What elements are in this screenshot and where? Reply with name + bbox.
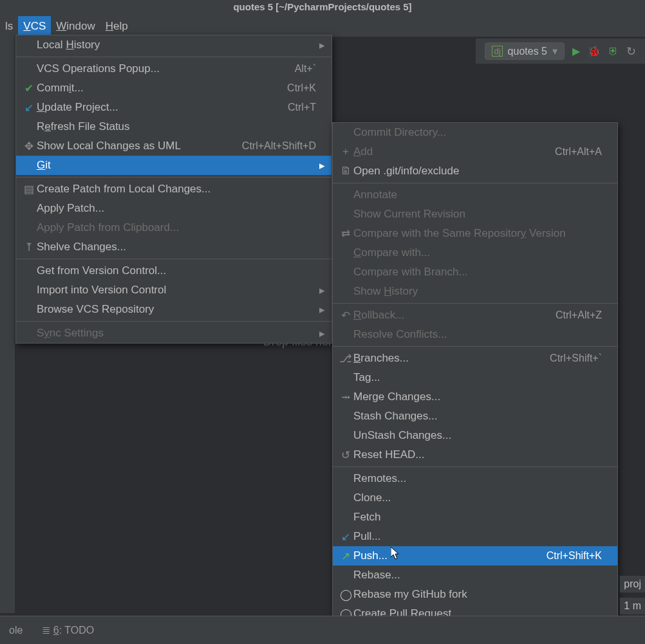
file-icon: 🗎: [338, 165, 353, 178]
main-menu-bar: ls VVCSCS WindowWindow HelpHelp: [0, 16, 645, 37]
coverage-icon[interactable]: ⛨: [608, 46, 619, 57]
status-bar: ole ≣ 6: TODO6: TODO: [0, 616, 645, 644]
menuitem-open-git-exclude[interactable]: 🗎 Open .git/info/exclude: [333, 161, 617, 181]
menuitem-get-from-vc[interactable]: Get from Version Control...: [16, 261, 332, 281]
menuitem-sync-settings[interactable]: Sync SettingsSync Settings ▸: [16, 324, 332, 343]
menuitem-show-current-revision[interactable]: Show Current Revision: [333, 205, 617, 224]
menuitem-compare-with-branch[interactable]: Compare with Branch...: [333, 262, 617, 282]
menuitem-rebase-github-fork[interactable]: ◯ Rebase my GitHub fork: [333, 585, 617, 604]
status-todo[interactable]: ≣ 6: TODO6: TODO: [42, 624, 94, 636]
menu-vcs[interactable]: VVCSCS: [18, 16, 51, 37]
menuitem-show-local-uml[interactable]: ✥ Show Local Changes as UML Ctrl+Alt+Shi…: [16, 136, 332, 156]
patch-icon: ▤: [21, 183, 37, 196]
menuitem-browse-vcs[interactable]: Browse VCS Repository ▸: [16, 300, 332, 319]
pull-arrow-icon: ↙: [338, 530, 353, 544]
menuitem-annotate[interactable]: Annotate: [333, 185, 617, 205]
reset-icon: ↺: [338, 448, 353, 462]
menuitem-vcs-ops-popup[interactable]: VCS Operations Popup... Alt+`: [16, 59, 332, 78]
run-config-selector[interactable]: dj quotes 5 ▾: [485, 42, 565, 60]
menuitem-update-project[interactable]: ↙ Update Project...Update Project... Ctr…: [16, 98, 332, 117]
git-submenu: Commit Directory... + AddAdd Ctrl+Alt+A …: [332, 122, 618, 643]
merge-icon: ⤞: [338, 391, 353, 404]
menuitem-branches[interactable]: ⎇ Branches...Branches... Ctrl+Shift+`: [333, 349, 617, 368]
shelve-icon: ⤒: [21, 241, 37, 254]
menu-help[interactable]: HelpHelp: [100, 16, 133, 37]
menuitem-push[interactable]: ↗ Push... Ctrl+Shift+K: [333, 546, 617, 566]
rollback-icon: ↶: [338, 309, 353, 322]
branch-icon: ⎇: [338, 352, 353, 365]
commit-checkmark-icon: ✔: [21, 82, 37, 95]
status-console[interactable]: ole: [9, 625, 23, 636]
chevron-down-icon: ▾: [552, 45, 557, 57]
menuitem-add[interactable]: + AddAdd Ctrl+Alt+A: [333, 142, 617, 161]
run-icon[interactable]: ▶: [572, 45, 580, 57]
menuitem-apply-patch[interactable]: Apply Patch...: [16, 199, 332, 218]
uml-icon: ✥: [21, 140, 37, 153]
menuitem-clone[interactable]: Clone...: [333, 488, 617, 508]
menuitem-show-history[interactable]: Show HistoryShow History: [333, 282, 617, 301]
update-icon[interactable]: ↻: [626, 44, 636, 59]
menuitem-compare-same-repo[interactable]: ⇄ Compare with the Same Repository Versi…: [333, 224, 617, 243]
window-title: quotes 5 [~/PycharmProjects/quotes 5]: [0, 0, 645, 16]
menuitem-commit[interactable]: ✔ Commit...Commit... Ctrl+K: [16, 78, 332, 98]
submenu-arrow-icon: ▸: [316, 303, 325, 317]
github-icon: ◯: [338, 588, 353, 602]
menuitem-compare-with[interactable]: Compare with...Compare with...: [333, 243, 617, 262]
menuitem-reset-head[interactable]: ↺ Reset HEAD...: [333, 445, 617, 465]
right-sidebar-label[interactable]: proj: [620, 576, 645, 593]
debug-icon[interactable]: 🐞: [588, 45, 601, 57]
menuitem-shelve-changes[interactable]: ⤒ Shelve Changes...: [16, 237, 332, 257]
run-config-name: quotes 5: [508, 46, 547, 57]
right-counter-label: 1 m: [620, 598, 645, 614]
menuitem-refresh-file-status[interactable]: Refresh File StatusRefresh File Status: [16, 117, 332, 136]
menuitem-create-patch[interactable]: ▤ Create Patch from Local Changes...: [16, 179, 332, 199]
menuitem-resolve-conflicts[interactable]: Resolve Conflicts...: [333, 325, 617, 344]
menuitem-remotes[interactable]: Remotes...: [333, 469, 617, 488]
menuitem-apply-patch-clipboard[interactable]: Apply Patch from Clipboard...: [16, 218, 332, 237]
submenu-arrow-icon: ▸: [316, 39, 325, 52]
menuitem-rebase[interactable]: Rebase...: [333, 566, 617, 585]
menuitem-pull[interactable]: ↙ Pull...: [333, 527, 617, 546]
menuitem-fetch[interactable]: Fetch: [333, 508, 617, 527]
menuitem-rollback[interactable]: ↶ Rollback...Rollback... Ctrl+Alt+Z: [333, 306, 617, 325]
menu-window[interactable]: WindowWindow: [51, 16, 100, 37]
run-toolbar: dj quotes 5 ▾ ▶ 🐞 ⛨ ↻: [476, 39, 645, 64]
submenu-arrow-icon: ▸: [316, 284, 325, 297]
compare-icon: ⇄: [338, 227, 353, 241]
update-arrow-icon: ↙: [21, 101, 37, 115]
submenu-arrow-icon: ▸: [316, 327, 325, 340]
menuitem-local-history[interactable]: Local HistoryLocal History ▸: [16, 35, 332, 55]
menuitem-commit-directory[interactable]: Commit Directory...: [333, 123, 617, 142]
submenu-arrow-icon: ▸: [316, 159, 325, 172]
vcs-dropdown-menu: Local HistoryLocal History ▸ VCS Operati…: [15, 35, 332, 344]
menuitem-tag[interactable]: Tag...: [333, 368, 617, 387]
plus-icon: +: [338, 145, 353, 158]
push-arrow-icon: ↗: [338, 549, 353, 563]
django-icon: dj: [492, 46, 502, 57]
menuitem-import-into-vc[interactable]: Import into Version Control ▸: [16, 281, 332, 300]
left-tool-gutter: [0, 34, 15, 613]
menuitem-merge-changes[interactable]: ⤞ Merge Changes...: [333, 387, 617, 407]
menuitem-stash-changes[interactable]: Stash Changes...: [333, 407, 617, 426]
menuitem-unstash-changes[interactable]: UnStash Changes...: [333, 426, 617, 445]
menuitem-git[interactable]: GitGit ▸: [16, 156, 332, 175]
